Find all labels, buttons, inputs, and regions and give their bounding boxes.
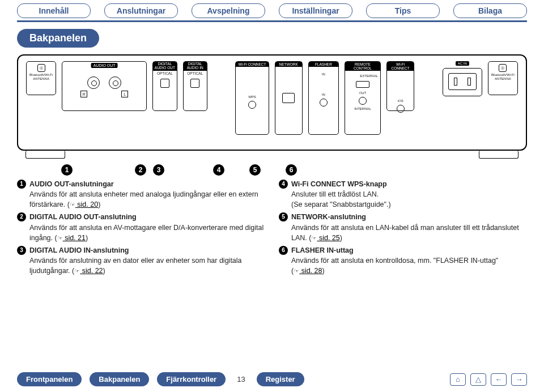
footer-fjarrkontroller[interactable]: Fjärrkontroller [157, 372, 226, 386]
callout-4-marker: 4 [213, 164, 224, 176]
item-1-title: AUDIO OUT-anslutningar [29, 180, 114, 188]
right-column: 4 Wi-Fi CONNECT WPS-knapp Ansluter till … [279, 179, 527, 278]
antenna-right: ◎ Bluetooth/Wi-Fi ANTENNA [488, 61, 518, 95]
item-1: 1 AUDIO OUT-anslutningar Används för att… [17, 179, 265, 210]
callout-1-marker: 1 [61, 164, 73, 176]
network-block: NETWORK [275, 61, 303, 135]
left-column: 1 AUDIO OUT-anslutningar Används för att… [17, 179, 265, 278]
item-4-title: Wi-Fi CONNECT WPS-knapp [291, 180, 387, 188]
digital-audio-out: DIGITAL AUDIO OUT OPTICAL [152, 61, 177, 111]
item-4: 4 Wi-Fi CONNECT WPS-knapp Ansluter till … [279, 179, 527, 210]
remote-control-block: REMOTE CONTROL EXTERNAL OUT INTERNAL [345, 61, 381, 135]
top-tab-bar: Innehåll Anslutningar Avspelning Inställ… [0, 0, 544, 18]
item-6-title: FLASHER IN-uttag [291, 246, 354, 254]
tab-tips[interactable]: Tips [366, 3, 440, 18]
item-3: 3 DIGITAL AUDIO IN-anslutning Används fö… [17, 245, 265, 276]
bullet-2-icon: 2 [17, 212, 26, 221]
item-5: 5 NETWORK-anslutning Används för att ans… [279, 212, 527, 242]
ref-sid-20[interactable]: sid. 20 [75, 201, 98, 208]
footer-register[interactable]: Register [257, 372, 304, 386]
footer-frontpanelen[interactable]: Frontpanelen [17, 372, 82, 386]
antenna-left: ◎ Bluetooth/Wi-Fi ANTENNA [26, 61, 56, 95]
ref-sid-21[interactable]: sid. 21 [63, 234, 86, 242]
callout-6-marker: 6 [286, 164, 297, 176]
ac-in-socket [443, 68, 482, 96]
page-number: 13 [237, 375, 245, 384]
item-2-title: DIGITAL AUDIO OUT-anslutning [29, 213, 137, 221]
panel-feet [26, 151, 518, 159]
hand-icon: ☞ [74, 267, 80, 274]
home-icon[interactable]: ⌂ [450, 373, 466, 386]
wifi-connect-ios: Wi-Fi CONNECT iOS [386, 61, 414, 111]
footer-bar: Frontpanelen Bakpanelen Fjärrkontroller … [0, 372, 544, 386]
callout-3-marker: 3 [153, 164, 164, 176]
item-3-title: DIGITAL AUDIO IN-anslutning [29, 246, 129, 254]
hand-icon: ☞ [57, 235, 63, 241]
item-6: 6 FLASHER IN-uttag Används för att anslu… [279, 245, 527, 276]
header-divider [17, 20, 527, 22]
tab-avspelning[interactable]: Avspelning [192, 3, 265, 18]
tab-anslutningar[interactable]: Anslutningar [104, 3, 178, 18]
description-columns: 1 AUDIO OUT-anslutningar Används för att… [17, 179, 527, 278]
bullet-5-icon: 5 [279, 212, 288, 221]
callout-markers: 1 2 3 4 5 6 [17, 164, 527, 176]
bullet-6-icon: 6 [279, 246, 288, 255]
up-icon[interactable]: △ [470, 373, 486, 386]
item-2: 2 DIGITAL AUDIO OUT-anslutning Används f… [17, 212, 265, 242]
bullet-1-icon: 1 [17, 180, 26, 189]
page-title: Bakpanelen [17, 29, 99, 48]
hand-icon: ☞ [70, 201, 75, 208]
item-4-body2: (Se separat "Snabbstartguide".) [291, 201, 391, 208]
ref-sid-28[interactable]: sid. 28 [299, 267, 322, 275]
ac-in-label: AC IN [456, 61, 469, 66]
footer-bakpanelen[interactable]: Bakpanelen [90, 372, 149, 386]
next-page-icon[interactable]: → [511, 373, 527, 386]
item-3-body: Används för anslutning av en dator eller… [29, 257, 242, 275]
rear-panel-diagram: ◎ Bluetooth/Wi-Fi ANTENNA AUDIO OUT R L … [17, 54, 527, 151]
item-4-body1: Ansluter till ett trådlöst LAN. [291, 190, 379, 198]
bullet-3-icon: 3 [17, 246, 26, 255]
bullet-4-icon: 4 [279, 180, 288, 189]
callout-5-marker: 5 [249, 164, 261, 176]
wifi-connect-wps: Wi-Fi CONNECT WPS [235, 61, 269, 135]
hand-icon: ☞ [294, 267, 299, 274]
callout-2-marker: 2 [135, 164, 146, 176]
ref-sid-25[interactable]: sid. 25 [317, 234, 339, 242]
audio-out-block: AUDIO OUT R L [62, 61, 147, 111]
tab-installningar[interactable]: Inställningar [279, 3, 352, 18]
ref-sid-22[interactable]: sid. 22 [80, 267, 103, 275]
tab-bilaga[interactable]: Bilaga [453, 3, 527, 18]
item-1-body: Används för att ansluta enheter med anal… [29, 190, 258, 208]
item-5-title: NETWORK-anslutning [291, 213, 366, 221]
tab-innehall[interactable]: Innehåll [17, 3, 91, 18]
flasher-block: FLASHER IN IN [308, 61, 339, 135]
hand-icon: ☞ [311, 235, 317, 241]
prev-page-icon[interactable]: ← [491, 373, 507, 386]
digital-audio-in: DIGITAL AUDIO IN OPTICAL [183, 61, 207, 111]
